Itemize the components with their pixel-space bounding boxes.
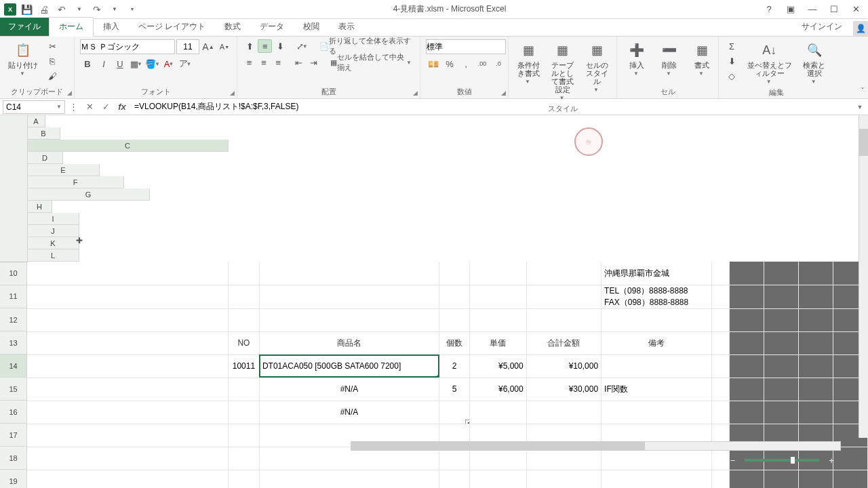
font-dialog-launcher[interactable]: ◢ [230,89,235,96]
cell-J15[interactable] [764,378,798,401]
cell-G19[interactable] [601,470,712,488]
decrease-indent[interactable]: ⇤ [292,56,305,69]
percent-format[interactable]: % [442,57,457,70]
align-center[interactable]: ≡ [257,56,270,69]
horizontal-scrollbar[interactable] [351,441,841,451]
comma-format[interactable]: , [458,57,473,70]
border-button[interactable]: ▦▼ [129,57,144,70]
cell-A18[interactable] [27,447,229,470]
sort-filter-button[interactable]: A↓並べ替えとフィルター▼ [743,39,795,86]
wrap-text-button[interactable]: 📄 折り返して全体を表示する [317,39,414,53]
qat-save[interactable]: 💾 [19,2,34,17]
cell-I19[interactable] [729,470,764,488]
cell-G11[interactable]: TEL（098）8888-8888FAX（098）8888-8888 [601,285,712,309]
cell-B16[interactable] [229,401,260,424]
file-tab[interactable]: ファイル [0,18,49,36]
cell-F11[interactable] [526,285,601,309]
col-header-H[interactable]: H [28,201,52,213]
cell-G12[interactable] [601,308,712,331]
copy-button[interactable]: ⎘ [45,54,60,68]
qat-print-preview[interactable]: 🖨 [37,2,52,17]
cell-E16[interactable] [470,401,527,424]
expand-formula-bar[interactable]: ▼ [852,100,868,114]
row-header-18[interactable]: 18 [0,447,27,470]
qat-redo-menu[interactable]: ▼ [107,2,122,17]
cell-B14[interactable]: 10011 [229,354,260,378]
cell-K15[interactable] [798,378,833,401]
col-header-E[interactable]: E [28,164,100,176]
cell-D15[interactable]: 5 [439,378,470,401]
cell-E10[interactable] [470,262,527,285]
fill-button[interactable]: ⬇ [724,54,739,68]
cell-E15[interactable]: ¥6,000 [470,378,527,401]
cell-B13[interactable]: NO [229,331,260,354]
cell-C11[interactable] [259,285,439,309]
cell-B18[interactable] [229,447,260,470]
align-top[interactable]: ⬆ [243,39,256,53]
cell-A12[interactable] [27,308,229,331]
row-header-17[interactable]: 17 [0,424,27,447]
account-avatar[interactable]: 👤 [853,21,868,36]
qat-undo[interactable]: ↶ [54,2,69,17]
cell-D13[interactable]: 個数 [439,331,470,354]
cell-I15[interactable] [729,378,764,401]
cell-C16[interactable]: #N/A [259,401,439,424]
autofill-options-icon[interactable]: ▦ [465,420,470,424]
zoom-out[interactable]: − [728,455,738,466]
cell-F10[interactable] [526,262,601,285]
align-left[interactable]: ≡ [243,56,256,69]
cell-E14[interactable]: ¥5,000 [470,354,527,378]
cell-I16[interactable] [729,401,764,424]
font-name-select[interactable] [80,39,175,54]
cell-G14[interactable] [601,354,712,378]
cell-C14[interactable]: DT01ACA050 [500GB SATA600 7200] [259,354,439,378]
cell-A17[interactable] [27,424,229,447]
row-header-16[interactable]: 16 [0,401,27,424]
cell-E11[interactable] [470,285,527,309]
cell-B15[interactable] [229,378,260,401]
cell-E19[interactable] [470,470,527,488]
cancel-formula-button[interactable]: ✕ [81,100,98,114]
minimize-button[interactable]: — [803,1,822,18]
cell-I13[interactable] [729,331,764,354]
cell-F19[interactable] [526,470,601,488]
insert-function-button[interactable]: fx [114,100,130,114]
zoom-in[interactable]: + [826,455,837,466]
accounting-format[interactable]: 💴 [426,57,441,70]
row-header-13[interactable]: 13 [0,331,27,354]
cell-L19[interactable] [833,470,867,488]
cell-J14[interactable] [764,354,798,378]
cell-H16[interactable] [711,401,729,424]
cell-J19[interactable] [764,470,798,488]
macro-record-button[interactable]: ▣ [42,455,56,466]
cell-I10[interactable] [729,262,764,285]
cell-B19[interactable] [229,470,260,488]
enter-formula-button[interactable]: ✓ [98,100,114,114]
cell-D14[interactable]: 2 [439,354,470,378]
cell-K16[interactable] [798,401,833,424]
signin-link[interactable]: サインイン [795,18,849,36]
alignment-dialog-launcher[interactable]: ◢ [413,89,418,96]
cell-G10[interactable]: 沖縄県那覇市金城 [601,262,712,285]
cell-J13[interactable] [764,331,798,354]
help-button[interactable]: ? [760,1,778,18]
cell-A14[interactable] [27,354,229,378]
cell-K11[interactable] [798,285,833,309]
worksheet-grid[interactable]: ABCDEFGHIJKL10沖縄県那覇市金城11TEL（098）8888-888… [0,115,868,438]
vertical-scrollbar[interactable] [859,115,868,438]
maximize-button[interactable]: ☐ [825,1,844,18]
cell-J12[interactable] [764,308,798,331]
tab-page-layout[interactable]: ページ レイアウト [129,18,215,36]
cell-F12[interactable] [526,308,601,331]
cell-F13[interactable]: 合計金額 [526,331,601,354]
col-header-A[interactable]: A [28,115,45,127]
qat-undo-menu[interactable]: ▼ [72,2,87,17]
cell-G16[interactable] [601,401,712,424]
bold-button[interactable]: B [80,57,95,70]
cell-K19[interactable] [798,470,833,488]
cell-I14[interactable] [729,354,764,378]
cell-C13[interactable]: 商品名 [259,331,439,354]
number-format-select[interactable] [426,39,506,54]
phonetic-button[interactable]: ア▼ [178,57,193,70]
fill-color-button[interactable]: 🪣▼ [145,57,160,70]
